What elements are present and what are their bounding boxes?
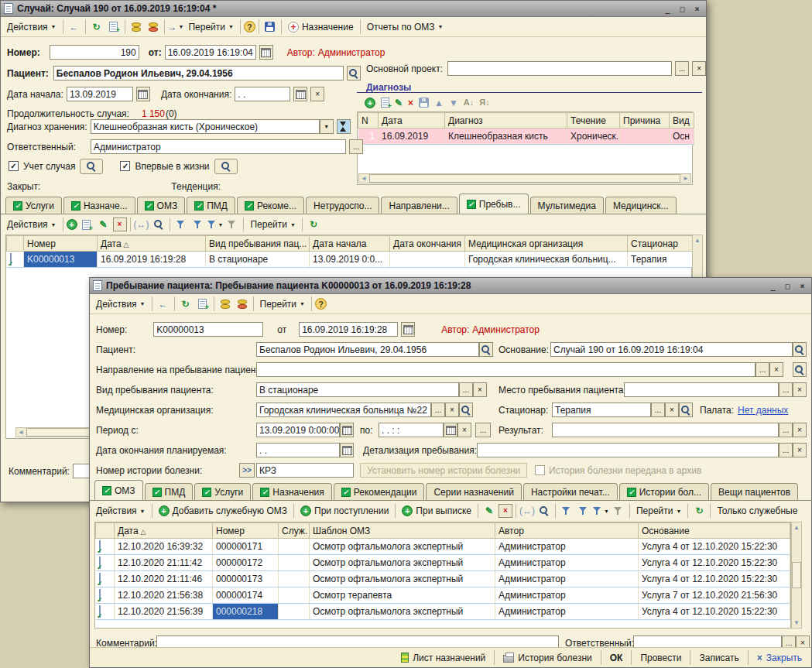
result-clear-button[interactable]: × <box>793 423 807 437</box>
tab-naznacheniya[interactable]: ✓Назначения <box>252 483 332 500</box>
refresh-button[interactable]: ↻ <box>178 296 194 312</box>
edit-button[interactable]: ✎ <box>96 217 111 232</box>
column-settings-button[interactable]: (↔) <box>519 503 535 519</box>
med-org-select-button[interactable]: ... <box>431 403 445 417</box>
find-button[interactable] <box>151 217 166 232</box>
col-kind[interactable]: Вид пребывания пац... <box>206 236 310 252</box>
period-clear-button[interactable]: × <box>457 423 471 437</box>
help-icon[interactable]: ? <box>244 21 255 33</box>
help-icon[interactable]: ? <box>315 298 327 310</box>
unpost-button[interactable] <box>235 296 250 312</box>
col-basis[interactable]: Основание <box>639 523 790 539</box>
calendar-button[interactable] <box>293 87 307 101</box>
col-start[interactable]: Дата начала <box>310 236 390 252</box>
history-number-input[interactable]: КРЗ <box>256 463 354 478</box>
referral-input[interactable] <box>256 362 755 377</box>
hospital-input[interactable]: Терапия <box>552 403 651 417</box>
col-template[interactable]: Шаблон ОМЗ <box>310 523 495 539</box>
stay-window-titlebar[interactable]: Пребывание пациента: Пребывание пациента… <box>90 278 811 294</box>
main-project-clear-button[interactable]: × <box>692 61 706 76</box>
col-number[interactable]: Номер <box>24 236 98 252</box>
col-course[interactable]: Течение <box>567 113 620 128</box>
omz-actions-menu[interactable]: Действия▼ <box>93 504 149 518</box>
filter-menu-button[interactable]: ▼ <box>593 503 609 519</box>
case-history-button[interactable]: История болезни <box>499 651 596 665</box>
basis-search-button[interactable] <box>793 342 807 357</box>
tab-pmd[interactable]: ✓ПМД <box>145 483 194 500</box>
clear-filter-button[interactable] <box>224 217 240 232</box>
detail-select-button[interactable]: ... <box>779 443 793 457</box>
tab-pmd[interactable]: ✓ПМД <box>187 197 235 214</box>
omz-row[interactable]: ✓ 12.10.2020 16:39:32 000000171 Осмотр о… <box>96 539 790 555</box>
period-from-input[interactable]: 13.09.2019 0:00:00 <box>256 423 340 437</box>
patient-search-button[interactable] <box>479 342 493 357</box>
set-filter-button[interactable] <box>559 503 574 519</box>
filter-by-value-button[interactable] <box>190 217 206 232</box>
stay-place-select-button[interactable]: ... <box>779 382 793 397</box>
col-date[interactable]: Дата△ <box>98 236 206 252</box>
stay-kind-clear-button[interactable]: × <box>473 382 487 397</box>
col-icon[interactable] <box>7 236 24 252</box>
set-history-number-button[interactable]: Установить номер истории болезни <box>360 463 527 478</box>
save-register-button[interactable] <box>262 19 278 35</box>
col-hospital[interactable]: Стационар <box>628 236 702 252</box>
start-date-input[interactable]: 13.09.2019 <box>67 87 133 101</box>
save-row-icon[interactable] <box>419 98 429 108</box>
col-end[interactable]: Дата окончания <box>390 236 465 252</box>
result-select-button[interactable]: ... <box>779 423 793 437</box>
hospital-clear-button[interactable]: × <box>665 403 679 417</box>
move-down-icon[interactable]: ▼ <box>449 98 458 108</box>
basis-input[interactable]: Случай 190 от 16.09.2019 16:19:04 <box>550 342 793 357</box>
tab-prebyv[interactable]: ✓Пребыв... <box>459 194 529 214</box>
tab-nastroiki[interactable]: Настройки печат... <box>523 483 618 500</box>
add-copy-button[interactable]: + <box>79 217 94 232</box>
close-window-button[interactable]: ×Закрыть <box>752 651 807 665</box>
end-date-clear-button[interactable]: × <box>310 87 324 101</box>
first-time-checkbox[interactable]: ✓ <box>120 161 130 171</box>
diagnosis-row[interactable]: 1 16.09.2019 Клешнеобразная кисть Хронич… <box>358 128 694 145</box>
case-account-search-button[interactable] <box>80 159 103 174</box>
tab-netrudospo[interactable]: Нетрудоспо... <box>306 197 379 214</box>
tab-multimedia[interactable]: Мультимедиа <box>530 197 604 214</box>
diagnoses-hscrollbar[interactable]: ◄► <box>358 173 691 183</box>
filter-by-value-button[interactable] <box>576 503 591 519</box>
sort-za-icon[interactable]: Я↓ <box>479 98 489 107</box>
case-window-titlebar[interactable]: Случай: Случай 190 от 16.09.2019 16:19:0… <box>1 1 706 17</box>
responsible-select-button[interactable]: ... <box>349 139 363 154</box>
post-document-button[interactable]: Провести <box>636 651 686 665</box>
stays-goto-menu[interactable]: Перейти▼ <box>247 218 299 231</box>
col-sluzh[interactable]: Служ. <box>279 523 310 539</box>
move-up-icon[interactable]: ▲ <box>434 98 444 108</box>
referral-select-button[interactable]: ... <box>755 362 769 377</box>
col-org[interactable]: Медицинская организация <box>465 236 628 252</box>
referral-clear-button[interactable]: × <box>769 362 783 377</box>
col-date[interactable]: Дата△ <box>115 523 213 539</box>
actions-menu[interactable]: Действия▼ <box>4 20 60 34</box>
col-n[interactable]: N <box>358 113 379 128</box>
set-filter-button[interactable] <box>173 217 189 232</box>
add-icon[interactable]: + <box>365 98 375 108</box>
refresh-button[interactable]: ↻ <box>691 503 707 519</box>
delete-button[interactable]: × <box>113 218 127 231</box>
prescription-list-button[interactable]: Лист назначений <box>396 651 490 665</box>
tab-veschi[interactable]: Вещи пациентов <box>711 483 798 500</box>
refresh-button[interactable]: ↻ <box>306 217 321 232</box>
stay-kind-input[interactable]: В стационаре <box>256 382 459 397</box>
col-date[interactable]: Дата <box>379 113 445 128</box>
period-select-button[interactable]: ... <box>475 423 491 437</box>
detail-clear-button[interactable]: × <box>793 443 807 457</box>
close-button[interactable]: × <box>797 280 808 291</box>
col-author[interactable]: Автор <box>495 523 639 539</box>
calendar-button[interactable] <box>340 443 354 457</box>
add-copy-icon[interactable]: + <box>381 98 389 108</box>
col-kind[interactable]: Вид <box>670 113 694 128</box>
calendar-button[interactable] <box>136 87 150 101</box>
stay-place-clear-button[interactable]: × <box>793 382 807 397</box>
column-settings-button[interactable]: (↔) <box>134 217 149 232</box>
minimize-button[interactable]: _ <box>662 3 673 14</box>
filter-menu-button[interactable]: ▼ <box>207 217 224 232</box>
case-date-input[interactable]: 16.09.2019 16:19:04 <box>165 45 256 60</box>
calendar-button[interactable] <box>340 423 354 437</box>
stay-date-input[interactable]: 16.09.2019 16:19:28 <box>299 322 398 337</box>
save-document-button[interactable]: Записать <box>694 651 743 665</box>
